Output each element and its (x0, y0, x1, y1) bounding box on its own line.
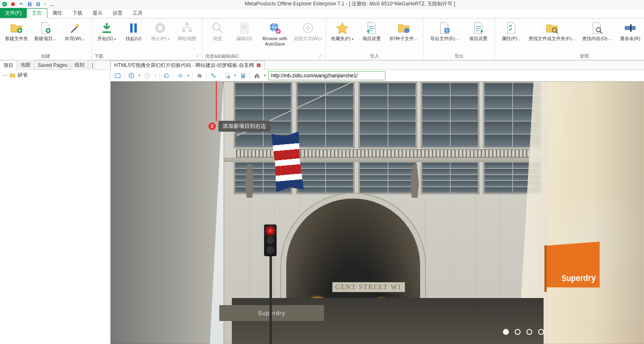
document-tab[interactable]: HTML5可拖拽全屏幻灯片切换代码 - 网站建设-织梦模板-自丢网 ⊠ (110, 61, 264, 70)
ribbon-tab-home[interactable]: 主页 (26, 8, 47, 18)
new-folder-button[interactable]: 新建文件夹 (3, 20, 30, 43)
superdry-banner: Superdry (544, 242, 600, 288)
favorites-button[interactable]: 收藏夹(F) ▾ (328, 20, 356, 43)
back-button[interactable] (127, 71, 136, 80)
group-create-label: 创建 (41, 53, 50, 59)
svg-rect-4 (37, 2, 38, 6)
lp-tab-level[interactable]: 级别 (71, 60, 88, 70)
sitemap-icon (180, 21, 194, 35)
browser-toolbar: ▾ ▾ ▾ ▾ (110, 70, 644, 82)
find-content-button[interactable]: 查找内容(O)... (579, 20, 615, 43)
address-bar-input[interactable] (268, 71, 385, 80)
magnifier-icon (211, 21, 224, 35)
gear-dropdown[interactable]: ▾ (186, 74, 190, 77)
export-files-button[interactable]: 导出文件(E)... (426, 20, 463, 43)
suspend-label: 挂起(U) (126, 36, 141, 41)
undo-icon[interactable] (18, 0, 25, 8)
ribbon-tab-settings[interactable]: 设置 (108, 8, 128, 18)
annotation-tip-2: 添加新项目到右边 (218, 121, 270, 132)
svg-rect-5 (38, 2, 39, 6)
dropdown-icon[interactable] (43, 0, 48, 8)
gear-button[interactable] (176, 71, 185, 80)
slider-dot[interactable] (538, 329, 544, 335)
svg-rect-26 (630, 24, 631, 32)
stop-all-icon[interactable] (9, 0, 17, 8)
ribbon-tab-download[interactable]: 下载 (67, 8, 87, 18)
ribbon-tab-tools[interactable]: 工具 (128, 8, 148, 18)
slider-dot[interactable] (503, 329, 509, 335)
lp-tab-saved-pages[interactable]: Saved Pages (34, 61, 71, 69)
svg-rect-14 (185, 23, 189, 25)
btseed-button[interactable]: BT种子文件... (387, 20, 421, 43)
chevron-down-icon: ▾ (168, 37, 169, 41)
panel-toggle-icon[interactable] (113, 71, 122, 80)
forward-button[interactable] (143, 71, 152, 80)
edit-button[interactable]: 编辑(D) (232, 20, 257, 43)
ribbon-tab-properties[interactable]: 属性 (47, 8, 67, 18)
autosave-button[interactable]: Browse with AutoSave (259, 20, 291, 48)
slider-dot[interactable] (515, 329, 521, 335)
folder-icon (9, 72, 16, 79)
app-icon[interactable] (1, 0, 8, 8)
save-page-button[interactable] (239, 71, 248, 80)
ribbon-tab-display[interactable]: 显示 (87, 8, 108, 18)
lp-tab-map[interactable]: 地图 (17, 60, 34, 70)
back-dropdown[interactable]: ▾ (137, 74, 141, 77)
forward-dropdown[interactable]: ▾ (153, 74, 157, 77)
window-title: MetaProducts Offline Explorer Enterprise… (56, 0, 644, 8)
lp-tab-more[interactable]: | (88, 61, 96, 69)
close-tab-icon[interactable]: ⊠ (257, 62, 261, 68)
export-project-settings-button[interactable]: 项目设置 (464, 20, 492, 43)
svg-rect-1 (11, 2, 15, 5)
sitemap-button[interactable]: 网站地图 (174, 20, 200, 43)
wizard-label: 向导(W)... (65, 36, 85, 41)
new-project-button[interactable]: 新建项目... (32, 20, 59, 43)
ribbon-group-export: 导出文件(E)... 项目设置 导出 (423, 18, 495, 60)
lp-tab-projects[interactable]: 项目 (0, 61, 17, 71)
stop-button[interactable]: 停止(P) ▾ (148, 20, 173, 43)
doc-globe-icon (438, 21, 451, 35)
svg-rect-13 (158, 26, 162, 30)
svg-point-31 (180, 75, 181, 76)
properties-button[interactable]: 属性(P)... (498, 20, 525, 43)
slider-dot[interactable] (526, 329, 532, 335)
home-button[interactable] (252, 71, 262, 80)
group-manage-label: 管理 (580, 53, 589, 59)
group-popout-icon[interactable]: ⤢ (195, 54, 200, 58)
start-button[interactable]: 开始(S) ▾ (94, 20, 119, 43)
browse-button[interactable]: 浏览 (205, 20, 230, 43)
home-dropdown[interactable]: ▾ (263, 74, 267, 77)
preview-area: 1 输入要下载的网址，按回车 2 添加新项目到右边 (110, 82, 644, 344)
pause-icon[interactable] (34, 0, 42, 8)
print-button[interactable] (195, 71, 204, 80)
save-icon[interactable] (26, 0, 33, 8)
minimize-ribbon-icon[interactable] (49, 0, 56, 8)
link-button[interactable] (209, 71, 218, 80)
svg-point-30 (145, 73, 150, 78)
tree-root-node[interactable]: — 缺省 (3, 71, 108, 79)
suspend-button[interactable]: 挂起(U) (121, 20, 146, 43)
ribbon-file-tab[interactable]: 文件(F) (0, 8, 26, 18)
refresh-button[interactable] (162, 71, 171, 80)
project-tree[interactable]: — 缺省 (0, 70, 110, 344)
find-files-button[interactable]: 查找文件或文件夹(F)... (527, 20, 577, 43)
svg-rect-28 (115, 73, 117, 78)
svg-rect-16 (189, 30, 192, 32)
btseed-label: BT种子文件... (390, 36, 418, 41)
rename-button[interactable]: 重命名(R) (616, 20, 644, 43)
edit-label: 编辑(D) (236, 36, 252, 41)
annotation-badge-2: 2 (208, 122, 216, 130)
browse-mode-button[interactable]: 浏览方式(W) ▾ (293, 20, 323, 43)
quick-access-toolbar (1, 0, 56, 8)
add-project-dropdown[interactable]: ▾ (233, 74, 237, 77)
add-project-button[interactable] (223, 71, 232, 80)
ribbon-group-import: 收藏夹(F) ▾ 项目设置 BT种子文件... 导入 (326, 18, 423, 60)
svg-rect-9 (103, 31, 111, 33)
traffic-light (264, 224, 277, 256)
chevron-down-icon: ▾ (321, 37, 322, 41)
browse-mode-icon (301, 21, 315, 35)
import-project-settings-button[interactable]: 项目设置 (358, 20, 385, 43)
ribbon-group-browse-edit: 浏览 编辑(D) Browse with AutoSave 浏览方式(W) ▾ (203, 18, 326, 60)
group-popout-icon[interactable]: ⤢ (318, 54, 323, 58)
wizard-button[interactable]: 向导(W)... (61, 20, 89, 43)
